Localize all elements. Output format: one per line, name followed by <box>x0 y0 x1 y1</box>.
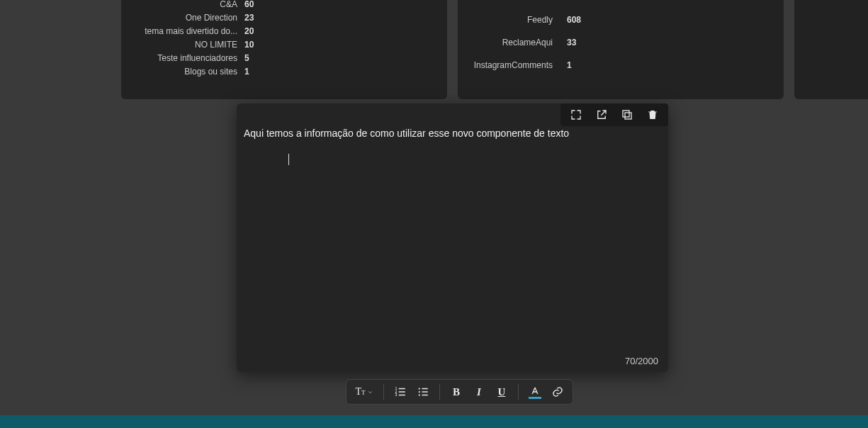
table-row: NO LIMITE 10 <box>131 38 437 51</box>
row-value: 20 <box>244 26 259 36</box>
numbered-list-button[interactable]: 123 <box>391 383 410 401</box>
row-label: Blogs ou sites <box>131 67 244 77</box>
stats-card-extra <box>794 0 868 99</box>
editor-body[interactable]: Aqui temos a informação de como utilizar… <box>244 127 661 351</box>
row-value: 5 <box>244 53 259 63</box>
row-value: 33 <box>567 38 581 47</box>
svg-rect-1 <box>623 111 629 117</box>
editor-text[interactable]: Aqui temos a informação de como utilizar… <box>244 127 661 141</box>
row-value: 1 <box>567 60 581 70</box>
table-row: ReclameAqui 33 <box>468 35 774 49</box>
svg-point-6 <box>419 391 420 393</box>
table-row: One Direction 23 <box>131 11 437 24</box>
open-new-icon[interactable] <box>594 108 609 122</box>
table-row: tema mais divertido do... 20 <box>131 24 437 38</box>
bullet-list-button[interactable] <box>414 383 432 401</box>
font-color-button[interactable] <box>526 383 544 401</box>
row-value: 1 <box>244 67 259 77</box>
duplicate-icon[interactable] <box>620 108 634 122</box>
text-size-button[interactable]: TT <box>352 383 376 401</box>
row-label: Teste influenciadores <box>131 53 244 63</box>
row-label: C&A <box>131 0 244 9</box>
row-value: 608 <box>567 15 581 25</box>
stats-card-sources: Feedly 608 ReclameAqui 33 InstagramComme… <box>458 0 784 99</box>
separator <box>439 384 440 400</box>
row-label: InstagramComments <box>468 60 567 70</box>
table-row: Blogs ou sites 1 <box>131 64 437 78</box>
row-label: Feedly <box>468 15 567 25</box>
char-count: 70/2000 <box>625 356 658 366</box>
trash-icon[interactable] <box>646 108 660 122</box>
table-row: C&A 60 <box>131 0 437 11</box>
link-button[interactable] <box>548 383 567 401</box>
svg-text:3: 3 <box>395 393 398 397</box>
svg-rect-0 <box>625 113 631 119</box>
editor-window-controls <box>560 103 668 126</box>
row-value: 60 <box>244 0 259 9</box>
row-label: ReclameAqui <box>468 38 567 47</box>
table-row: InstagramComments 1 <box>468 58 774 72</box>
stats-card-themes: C&A 60 One Direction 23 tema mais divert… <box>121 0 447 99</box>
separator <box>383 384 384 400</box>
app-footer <box>0 415 868 428</box>
table-row: Teste influenciadores 5 <box>131 51 437 64</box>
format-toolbar: TT 123 B I U <box>346 379 573 405</box>
row-label: tema mais divertido do... <box>131 26 244 36</box>
italic-button[interactable]: I <box>470 383 488 401</box>
row-label: One Direction <box>131 13 244 23</box>
text-editor[interactable]: Aqui temos a informação de como utilizar… <box>237 103 668 372</box>
row-value: 10 <box>244 40 259 50</box>
table-row: Feedly 608 <box>468 13 774 26</box>
row-label: NO LIMITE <box>131 40 244 50</box>
underline-button[interactable]: U <box>492 383 511 401</box>
row-value: 23 <box>244 13 259 23</box>
svg-point-7 <box>419 394 420 395</box>
expand-icon[interactable] <box>569 108 583 122</box>
bold-button[interactable]: B <box>447 383 466 401</box>
separator <box>518 384 519 400</box>
svg-point-5 <box>419 388 420 389</box>
